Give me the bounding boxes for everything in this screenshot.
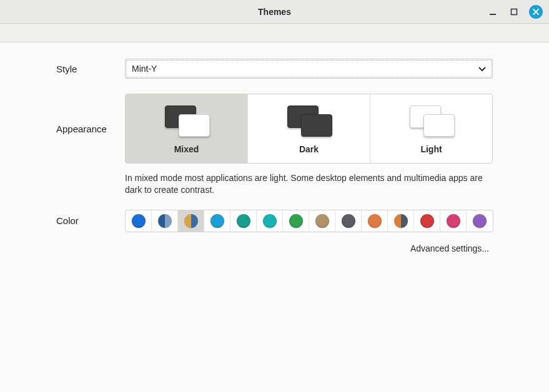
- appearance-description: In mixed mode most applications are ligh…: [125, 172, 493, 196]
- appearance-group: Mixed Dark Light: [125, 94, 493, 164]
- color-swatch[interactable]: [309, 210, 335, 232]
- style-selected-value: Mint-Y: [132, 64, 157, 74]
- appearance-description-row: In mixed mode most applications are ligh…: [56, 172, 493, 196]
- color-swatch-icon: [210, 214, 224, 228]
- appearance-option-light[interactable]: Light: [370, 94, 492, 163]
- color-swatch[interactable]: [335, 210, 362, 232]
- appearance-row: Appearance Mixed Dark: [56, 94, 493, 164]
- color-swatch-icon: [394, 214, 408, 228]
- svg-rect-0: [490, 14, 496, 15]
- color-swatch[interactable]: [362, 210, 388, 232]
- minimize-icon: [489, 8, 497, 16]
- color-swatch[interactable]: [152, 210, 178, 232]
- appearance-option-dark[interactable]: Dark: [248, 94, 370, 163]
- titlebar: Themes: [0, 0, 549, 24]
- advanced-row: Advanced settings...: [56, 243, 493, 253]
- minimize-button[interactable]: [487, 6, 499, 18]
- color-swatch-icon: [315, 214, 329, 228]
- color-swatch-icon: [420, 214, 434, 228]
- appearance-option-label: Dark: [299, 144, 319, 154]
- color-label: Color: [56, 215, 125, 226]
- color-swatch-icon: [237, 214, 250, 228]
- color-swatch-icon: [184, 214, 198, 228]
- color-swatch[interactable]: [257, 210, 283, 232]
- color-swatch[interactable]: [204, 210, 230, 232]
- style-dropdown[interactable]: Mint-Y: [125, 59, 493, 79]
- chevron-down-icon: [478, 64, 486, 74]
- appearance-option-label: Light: [420, 144, 442, 154]
- maximize-button[interactable]: [508, 6, 520, 18]
- color-swatch[interactable]: [440, 210, 467, 232]
- color-swatch[interactable]: [230, 210, 257, 232]
- color-swatch[interactable]: [126, 210, 152, 232]
- color-swatch-icon: [447, 214, 460, 228]
- color-swatch-icon: [342, 214, 355, 228]
- color-swatch[interactable]: [178, 210, 204, 232]
- appearance-mixed-icon: [162, 104, 211, 137]
- window-title: Themes: [0, 7, 549, 17]
- color-swatch-icon: [158, 214, 172, 228]
- content-area: Style Mint-Y Appearance Mixed: [0, 42, 549, 253]
- style-label: Style: [56, 64, 125, 74]
- close-button[interactable]: [529, 5, 543, 19]
- advanced-settings-link[interactable]: Advanced settings...: [410, 243, 489, 253]
- color-swatch[interactable]: [388, 210, 414, 232]
- appearance-label: Appearance: [56, 124, 125, 134]
- subheader-strip: [0, 24, 549, 42]
- close-icon: [533, 9, 539, 15]
- color-swatch-icon: [132, 214, 146, 228]
- appearance-option-mixed[interactable]: Mixed: [126, 94, 248, 163]
- appearance-dark-icon: [285, 104, 334, 137]
- appearance-option-label: Mixed: [174, 144, 199, 154]
- color-swatch-icon: [368, 214, 382, 228]
- color-swatch-icon: [473, 214, 487, 228]
- color-swatch-icon: [263, 214, 277, 228]
- color-swatch[interactable]: [283, 210, 309, 232]
- color-row: Color: [56, 210, 493, 232]
- color-swatch-group: [125, 210, 493, 232]
- maximize-icon: [510, 8, 518, 16]
- appearance-light-icon: [407, 104, 456, 137]
- color-swatch[interactable]: [414, 210, 440, 232]
- color-swatch[interactable]: [467, 210, 493, 232]
- color-swatch-icon: [289, 214, 303, 228]
- svg-rect-1: [512, 9, 517, 14]
- window-controls: [487, 5, 549, 19]
- style-row: Style Mint-Y: [56, 59, 493, 79]
